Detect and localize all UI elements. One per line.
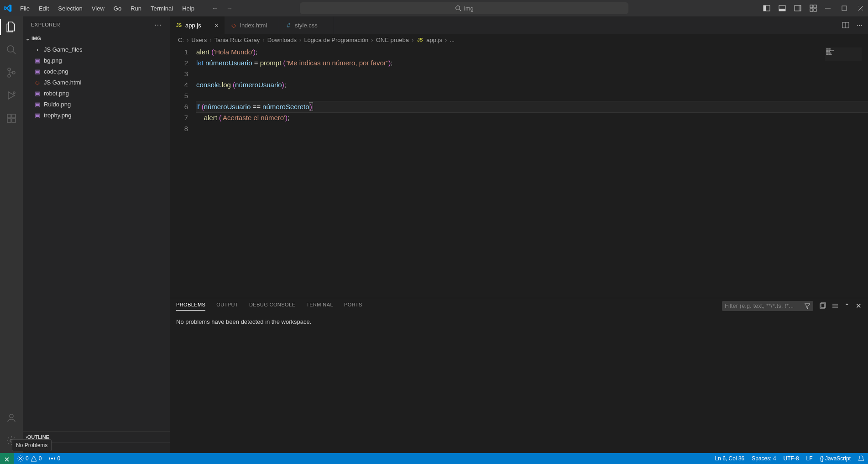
- editor-tab[interactable]: JSapp.js×: [170, 16, 225, 34]
- split-editor-icon[interactable]: [842, 21, 849, 29]
- panel-tab-problems[interactable]: PROBLEMS: [176, 302, 205, 311]
- tree-item[interactable]: ◇JS Game.html: [27, 77, 170, 88]
- svg-rect-11: [814, 9, 816, 11]
- breadcrumb-segment[interactable]: Users: [191, 37, 207, 43]
- svg-point-20: [12, 71, 15, 74]
- panel-maximize-icon[interactable]: ⌃: [844, 302, 850, 310]
- tree-item[interactable]: ▣bg.png: [27, 55, 170, 66]
- source-control-icon[interactable]: [5, 67, 17, 79]
- svg-point-19: [8, 74, 10, 77]
- bottom-panel: PROBLEMSOUTPUTDEBUG CONSOLETERMINALPORTS…: [170, 298, 868, 453]
- status-item[interactable]: Spaces: 4: [748, 455, 779, 462]
- remote-indicator[interactable]: [0, 453, 14, 464]
- breadcrumb-segment[interactable]: C:: [178, 37, 184, 43]
- close-tab-icon[interactable]: ×: [214, 21, 219, 29]
- svg-point-18: [8, 68, 10, 71]
- svg-rect-23: [12, 114, 16, 118]
- explorer-icon[interactable]: [5, 21, 17, 33]
- panel-tab-ports[interactable]: PORTS: [344, 302, 362, 310]
- panel-tab-terminal[interactable]: TERMINAL: [306, 302, 333, 310]
- menu-view[interactable]: View: [87, 2, 109, 15]
- tree-item[interactable]: ›JS Game_files: [27, 44, 170, 55]
- sidebar-title: EXPLORER: [31, 22, 60, 27]
- panel-tab-debug-console[interactable]: DEBUG CONSOLE: [249, 302, 295, 310]
- status-item[interactable]: LF: [803, 455, 816, 462]
- tree-item[interactable]: ▣code.png: [27, 66, 170, 77]
- layout-panel-icon[interactable]: [779, 5, 786, 12]
- menu-file[interactable]: File: [16, 2, 34, 15]
- breadcrumb-segment[interactable]: Tania Ruiz Garay: [214, 37, 260, 43]
- run-debug-icon[interactable]: [5, 90, 17, 101]
- remote-icon: [4, 455, 10, 462]
- breadcrumb-segment[interactable]: app.js: [426, 37, 442, 43]
- svg-point-0: [456, 6, 460, 10]
- nav-back-icon[interactable]: ←: [212, 5, 218, 12]
- folder-root[interactable]: ⌄ IMG: [23, 33, 170, 44]
- filter-icon[interactable]: [804, 303, 810, 309]
- svg-rect-24: [7, 119, 11, 122]
- breadcrumb-segment[interactable]: Downloads: [267, 37, 297, 43]
- tree-item[interactable]: ▣Ruido.png: [27, 99, 170, 110]
- nav-forward-icon[interactable]: →: [226, 5, 233, 12]
- problems-filter-input[interactable]: Filter (e.g. text, **/*.ts, !*...: [722, 301, 813, 311]
- breadcrumb[interactable]: C:›Users›Tania Ruiz Garay›Downloads›Lógi…: [170, 34, 868, 46]
- menu-bar: FileEditSelectionViewGoRunTerminalHelp: [16, 2, 199, 15]
- menu-run[interactable]: Run: [126, 2, 146, 15]
- accounts-icon[interactable]: [5, 412, 17, 424]
- panel-close-icon[interactable]: ✕: [856, 302, 862, 310]
- error-icon: [17, 455, 24, 462]
- ports-status[interactable]: 0: [45, 455, 64, 462]
- svg-rect-10: [810, 9, 813, 11]
- file-icon: ▣: [34, 112, 41, 119]
- file-icon: JS: [175, 23, 183, 28]
- editor-more-icon[interactable]: ⋯: [857, 22, 863, 29]
- breadcrumb-segment[interactable]: Lógica de Programación: [304, 37, 368, 43]
- tree-item[interactable]: ▣robot.png: [27, 88, 170, 99]
- layout-sidebar-left-icon[interactable]: [763, 5, 770, 12]
- editor-tabs: JSapp.js×◇index.html#style.css ⋯: [170, 16, 868, 34]
- search-value: img: [464, 5, 474, 12]
- menu-edit[interactable]: Edit: [34, 2, 53, 15]
- sidebar-more-icon[interactable]: ⋯: [154, 21, 162, 29]
- radio-tower-icon: [49, 455, 55, 462]
- problems-status[interactable]: 0 0: [14, 455, 45, 462]
- file-icon: ◇: [34, 79, 41, 86]
- editor-tab[interactable]: #style.css: [279, 16, 334, 34]
- status-item[interactable]: {} JavaScript: [816, 455, 854, 462]
- editor-body[interactable]: 12345678 alert ('Hola Mundo');let número…: [170, 46, 868, 298]
- command-center-search[interactable]: img: [300, 2, 628, 14]
- chevron-down-icon: ⌄: [26, 36, 30, 42]
- notifications-icon[interactable]: [854, 455, 868, 462]
- svg-rect-25: [12, 119, 16, 122]
- menu-terminal[interactable]: Terminal: [146, 2, 178, 15]
- svg-rect-5: [779, 9, 785, 11]
- svg-point-26: [10, 414, 13, 418]
- layout-sidebar-right-icon[interactable]: [794, 5, 801, 12]
- close-window-icon[interactable]: [858, 5, 864, 11]
- status-item[interactable]: Ln 6, Col 36: [711, 455, 748, 462]
- search-activity-icon[interactable]: [5, 44, 17, 56]
- svg-rect-7: [799, 5, 801, 11]
- editor-tab[interactable]: ◇index.html: [225, 16, 279, 34]
- file-icon: ◇: [230, 22, 237, 29]
- tree-item[interactable]: ▣trophy.png: [27, 110, 170, 121]
- minimize-icon[interactable]: [825, 5, 831, 11]
- view-as-list-icon[interactable]: [831, 302, 839, 310]
- panel-tab-output[interactable]: OUTPUT: [216, 302, 238, 310]
- editor-actions: ⋯: [837, 16, 868, 34]
- menu-go[interactable]: Go: [109, 2, 126, 15]
- breadcrumb-segment[interactable]: ONE prueba: [376, 37, 409, 43]
- extensions-icon[interactable]: [5, 112, 17, 124]
- svg-point-38: [51, 458, 53, 459]
- maximize-icon[interactable]: [842, 5, 848, 11]
- status-item[interactable]: UTF-8: [780, 455, 803, 462]
- breadcrumb-segment[interactable]: ...: [450, 37, 455, 43]
- minimap[interactable]: ████████████████████████████████████████…: [825, 47, 862, 61]
- collapse-all-icon[interactable]: [819, 302, 826, 310]
- sidebar: EXPLORER ⋯ ⌄ IMG ›JS Game_files▣bg.png▣c…: [23, 16, 170, 453]
- menu-help[interactable]: Help: [178, 2, 199, 15]
- layout-customize-icon[interactable]: [810, 5, 817, 12]
- file-icon: ▣: [34, 68, 41, 75]
- menu-selection[interactable]: Selection: [53, 2, 87, 15]
- code-content[interactable]: alert ('Hola Mundo');let númeroUsuario =…: [196, 46, 868, 298]
